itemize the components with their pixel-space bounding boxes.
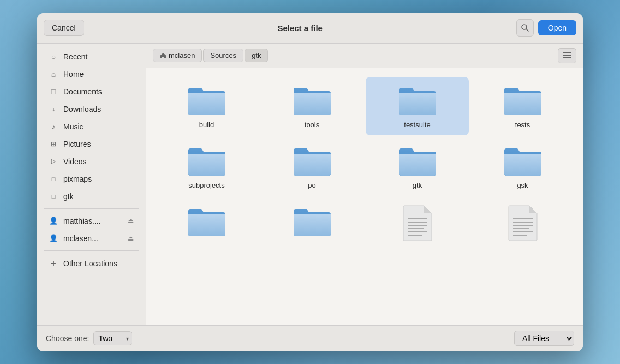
file-item-folder10[interactable] [260,198,363,253]
folder-icon-subprojects [187,144,226,177]
document-icon-1 [402,205,433,242]
sidebar-item-recent[interactable]: ○ Recent [40,49,142,65]
eject-matthias-button[interactable]: ⏏ [128,217,134,225]
cancel-button[interactable]: Cancel [44,20,84,36]
file-item-gtk2[interactable]: gtk [366,138,469,196]
file-item-folder9[interactable] [155,198,258,253]
file-label-subprojects: subprojects [188,181,224,189]
svg-rect-4 [563,57,571,58]
breadcrumb-gtk[interactable]: gtk [245,49,268,62]
user-mclasen-left: 👤 mclasen... [49,234,98,243]
file-item-gsk[interactable]: gsk [471,138,574,196]
sidebar-item-matthias[interactable]: 👤 matthias.... ⏏ [40,213,142,229]
file-item-tests[interactable]: tests [471,77,574,135]
home-breadcrumb-icon [160,52,166,59]
pixmaps-icon: □ [49,176,58,182]
music-icon: ♪ [49,122,58,131]
choose-label: Choose one: [46,334,89,343]
breadcrumb-sources[interactable]: Sources [203,49,243,62]
sidebar-item-label-documents: Documents [63,87,102,96]
file-label-build: build [199,121,214,129]
documents-icon: □ [49,87,58,96]
sidebar-item-videos[interactable]: ▷ Videos [40,153,142,170]
pictures-icon: ⊞ [49,140,58,148]
folder-icon-9 [187,205,226,237]
files-dropdown-wrapper: All Files ▾ [514,331,574,346]
file-item-doc2[interactable] [471,198,574,253]
gtk-icon: □ [49,193,58,200]
file-item-build[interactable]: build [155,77,258,135]
search-icon [521,24,529,32]
sidebar-item-label-gtk: gtk [63,192,74,201]
user-matthias-icon: 👤 [49,217,58,225]
file-item-testsuite[interactable]: testsuite [366,77,469,135]
folder-icon-build [187,83,226,116]
sidebar-item-gtk[interactable]: □ gtk [40,188,142,205]
breadcrumb: mclasen Sources gtk [146,44,583,68]
breadcrumb-mclasen[interactable]: mclasen [153,49,202,62]
sidebar-item-label-matthias: matthias.... [63,217,100,225]
sidebar-item-other-locations[interactable]: + Other Locations [40,255,142,272]
sidebar-item-documents[interactable]: □ Documents [40,83,142,100]
sidebar-item-label-videos: Videos [63,157,87,166]
sidebar-item-label-music: Music [63,122,84,131]
bottom-right: All Files ▾ [514,331,574,346]
folder-icon-gtk2 [398,144,437,177]
view-toggle-button[interactable] [558,48,576,63]
home-icon: ⌂ [49,70,58,79]
type-dropdown[interactable]: Two One Three [93,331,132,345]
sidebar-item-mclasen[interactable]: 👤 mclasen... ⏏ [40,230,142,247]
folder-icon-tools [293,83,332,116]
breadcrumb-sources-label: Sources [210,51,236,59]
file-label-testsuite: testsuite [404,121,430,129]
folder-icon-po [293,144,332,177]
sidebar-item-label-recent: Recent [63,52,87,61]
file-item-tools[interactable]: tools [260,77,363,135]
file-label-gsk: gsk [517,181,528,189]
file-item-subprojects[interactable]: subprojects [155,138,258,196]
svg-line-1 [526,29,528,31]
sidebar-item-downloads[interactable]: ↓ Downloads [40,101,142,117]
file-label-po: po [308,181,315,189]
sidebar: ○ Recent ⌂ Home □ Documents ↓ Downloads … [37,44,146,325]
search-button[interactable] [516,19,534,37]
recent-icon: ○ [49,52,58,61]
eject-mclasen-button[interactable]: ⏏ [128,235,134,242]
main-content: ○ Recent ⌂ Home □ Documents ↓ Downloads … [37,44,583,325]
svg-rect-2 [563,52,571,53]
header-right: Open [516,19,576,37]
files-type-dropdown[interactable]: All Files [514,331,574,346]
bottom-left: Choose one: Two One Three ▾ [46,331,132,345]
sidebar-item-music[interactable]: ♪ Music [40,118,142,135]
breadcrumb-gtk-label: gtk [252,51,261,59]
sidebar-item-pictures[interactable]: ⊞ Pictures [40,136,142,152]
breadcrumb-mclasen-label: mclasen [169,51,195,59]
file-label-gtk2: gtk [413,181,422,189]
file-item-doc1[interactable] [366,198,469,253]
dialog-header: Cancel Select a file Open [37,13,583,44]
file-dialog: Cancel Select a file Open ○ Recent ⌂ Hom… [37,13,583,351]
downloads-icon: ↓ [49,105,58,113]
file-area: mclasen Sources gtk [146,44,583,325]
folder-icon-testsuite [398,83,437,116]
file-grid: build [146,68,583,325]
sidebar-item-pixmaps[interactable]: □ pixmaps [40,171,142,187]
bottom-bar: Choose one: Two One Three ▾ All Files ▾ [37,325,583,351]
document-icon-2 [508,205,538,242]
sidebar-item-label-other-locations: Other Locations [63,259,117,268]
file-item-po[interactable]: po [260,138,363,196]
type-dropdown-wrapper: Two One Three ▾ [93,331,132,345]
sidebar-item-label-home: Home [63,70,84,79]
svg-rect-3 [563,55,571,56]
videos-icon: ▷ [49,158,58,165]
sidebar-divider-2 [44,250,139,251]
user-matthias-left: 👤 matthias.... [49,217,100,225]
dialog-title: Select a file [84,23,516,33]
sidebar-item-home[interactable]: ⌂ Home [40,66,142,82]
file-label-tools: tools [305,121,319,129]
open-button[interactable]: Open [538,20,576,35]
sidebar-item-label-downloads: Downloads [63,105,101,114]
folder-icon-10 [293,205,332,237]
header-left: Cancel [44,20,84,36]
sidebar-divider [44,208,139,209]
